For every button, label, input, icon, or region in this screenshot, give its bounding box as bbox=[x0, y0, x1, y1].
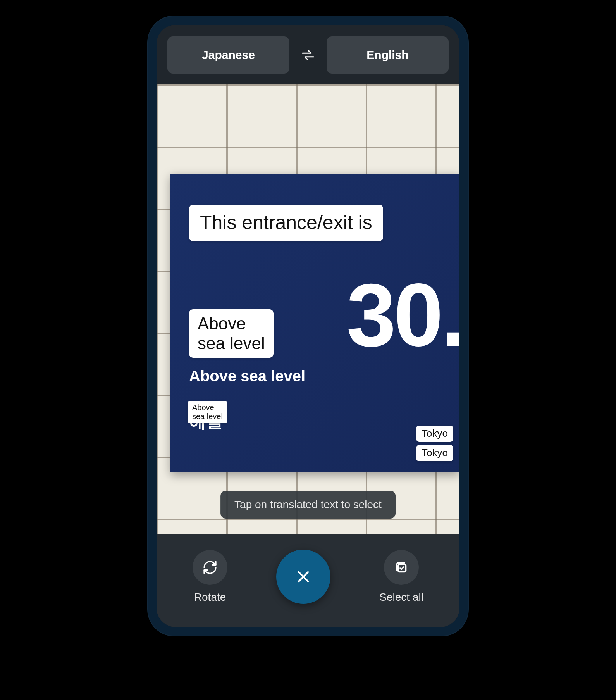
language-bar: Japanese English bbox=[157, 25, 459, 84]
sign-english-text: Above sea level bbox=[189, 367, 305, 385]
translation-overlay-tokyo-1[interactable]: Tokyo bbox=[416, 426, 453, 442]
rotate-label: Rotate bbox=[194, 591, 226, 603]
camera-image-area: Above sea level 해발 30. This entrance/exi… bbox=[157, 84, 459, 534]
select-all-action[interactable]: Select all bbox=[379, 550, 423, 603]
sign-number: 30. bbox=[346, 271, 459, 360]
phone-frame: Japanese English Above sea level 해발 bbox=[147, 16, 469, 636]
translation-overlay-above-sea-level[interactable]: Above sea level bbox=[189, 309, 274, 358]
bottom-action-bar: Rotate Sele bbox=[157, 534, 459, 627]
select-all-label: Select all bbox=[379, 591, 423, 603]
instruction-toast: Tap on translated text to select bbox=[220, 491, 396, 519]
translation-overlay-small[interactable]: Above sea level bbox=[188, 401, 227, 423]
app-screen: Japanese English Above sea level 해발 bbox=[157, 25, 459, 627]
close-button[interactable] bbox=[276, 550, 330, 604]
select-all-icon bbox=[394, 560, 409, 575]
instruction-text: Tap on translated text to select bbox=[234, 498, 382, 510]
swap-icon bbox=[301, 48, 315, 62]
swap-languages-button[interactable] bbox=[297, 44, 319, 66]
target-language-button[interactable]: English bbox=[327, 36, 449, 74]
rotate-button[interactable] bbox=[193, 550, 227, 585]
translation-overlay-tokyo-2[interactable]: Tokyo bbox=[416, 445, 453, 461]
source-language-label: Japanese bbox=[202, 48, 255, 62]
source-language-button[interactable]: Japanese bbox=[167, 36, 289, 74]
rotate-action[interactable]: Rotate bbox=[193, 550, 227, 603]
target-language-label: English bbox=[367, 48, 408, 62]
stage: Japanese English Above sea level 해발 bbox=[0, 0, 616, 700]
translation-overlay-main[interactable]: This entrance/exit is bbox=[189, 205, 383, 241]
close-icon bbox=[294, 567, 313, 586]
rotate-icon bbox=[202, 560, 218, 575]
select-all-button[interactable] bbox=[384, 550, 419, 585]
